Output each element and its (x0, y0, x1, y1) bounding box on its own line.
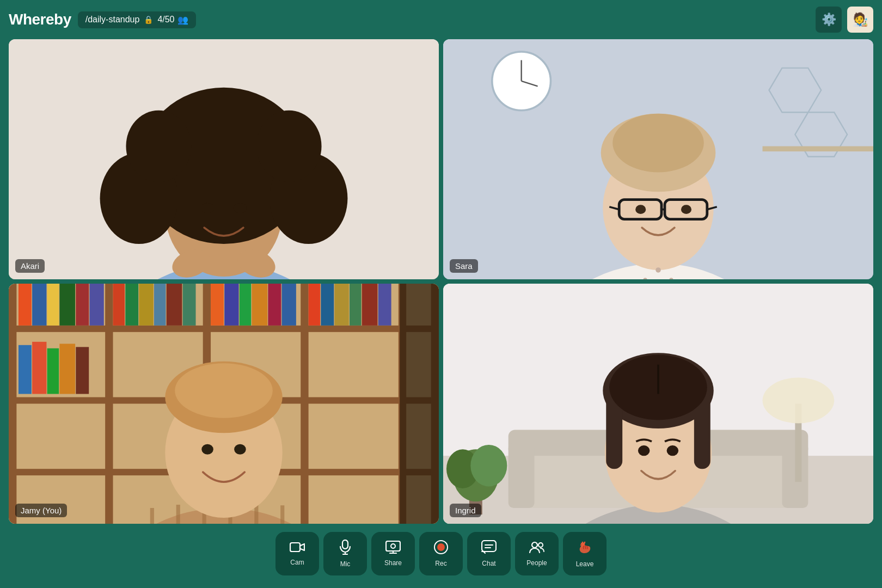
svg-point-33 (656, 267, 661, 273)
svg-rect-70 (378, 284, 391, 326)
svg-rect-75 (76, 347, 89, 394)
svg-point-122 (391, 544, 395, 548)
svg-point-11 (234, 203, 247, 213)
svg-rect-116 (342, 540, 348, 549)
leave-icon (577, 540, 592, 557)
cam-icon (290, 541, 305, 555)
person-sim-jamy (9, 284, 439, 524)
people-button[interactable]: People (515, 532, 559, 575)
video-tile-ingrid: Ingrid (443, 284, 873, 524)
settings-button[interactable]: ⚙️ (816, 7, 842, 33)
rec-icon (434, 540, 448, 556)
svg-rect-72 (32, 342, 46, 394)
svg-point-32 (681, 205, 691, 214)
svg-rect-57 (167, 284, 182, 326)
cam-button[interactable]: Cam (275, 532, 319, 575)
svg-rect-49 (47, 284, 59, 326)
svg-rect-64 (282, 284, 296, 326)
cam-label: Cam (290, 559, 304, 566)
svg-rect-20 (763, 146, 873, 152)
participant-count: 4/50 👥 (157, 15, 188, 25)
svg-rect-53 (113, 284, 125, 326)
svg-rect-96 (509, 443, 535, 508)
svg-rect-50 (59, 284, 75, 326)
participant-name-ingrid: Ingrid (450, 504, 481, 517)
svg-point-89 (201, 444, 213, 455)
share-icon (385, 541, 401, 556)
people-icon (529, 541, 545, 556)
svg-rect-65 (309, 284, 321, 326)
svg-point-90 (234, 444, 246, 455)
share-label: Share (384, 559, 402, 567)
participant-name-akari: Akari (15, 259, 45, 273)
person-sim-sara (443, 39, 873, 279)
svg-rect-59 (211, 284, 224, 326)
controls-bar: Cam Mic Share (0, 528, 882, 588)
svg-point-129 (538, 543, 543, 547)
svg-rect-44 (9, 326, 439, 332)
svg-rect-125 (482, 541, 496, 552)
room-info: /daily-standup 🔒 4/50 👥 (78, 11, 196, 28)
svg-point-88 (175, 363, 273, 418)
svg-rect-74 (59, 344, 75, 394)
lock-icon: 🔒 (144, 15, 153, 24)
svg-point-103 (470, 445, 507, 487)
svg-rect-73 (47, 348, 59, 394)
participant-name-jamy: Jamy (You) (15, 504, 67, 517)
room-name: /daily-standup (85, 15, 140, 24)
svg-rect-62 (252, 284, 267, 326)
chat-icon (481, 540, 497, 556)
header-left: Whereby /daily-standup 🔒 4/50 👥 (9, 11, 196, 28)
leave-button[interactable]: Leave (563, 532, 607, 575)
svg-point-9 (256, 111, 322, 182)
svg-rect-55 (139, 284, 153, 326)
svg-rect-119 (386, 541, 400, 551)
svg-point-31 (635, 205, 646, 214)
svg-rect-56 (154, 284, 166, 326)
leave-label: Leave (576, 560, 594, 568)
people-label: People (526, 559, 547, 567)
svg-rect-52 (89, 284, 103, 326)
share-button[interactable]: Share (371, 532, 415, 575)
participant-name-sara: Sara (450, 259, 478, 273)
svg-rect-66 (321, 284, 334, 326)
logo: Whereby (9, 11, 71, 28)
svg-rect-60 (224, 284, 238, 326)
chat-button[interactable]: Chat (467, 532, 511, 575)
user-avatar-button[interactable]: 🧑‍🎨 (847, 7, 873, 33)
svg-point-10 (201, 203, 214, 213)
svg-rect-51 (76, 284, 89, 326)
svg-rect-58 (183, 284, 196, 326)
rec-label: Rec (435, 560, 446, 567)
svg-point-124 (437, 543, 445, 551)
header: Whereby /daily-standup 🔒 4/50 👥 ⚙️ 🧑‍🎨 (0, 0, 882, 39)
svg-rect-115 (290, 543, 300, 552)
svg-rect-48 (32, 284, 46, 326)
video-tile-sara: Sara (443, 39, 873, 279)
header-right: ⚙️ 🧑‍🎨 (816, 7, 873, 33)
svg-rect-71 (19, 345, 32, 394)
mic-button[interactable]: Mic (323, 532, 367, 575)
chat-label: Chat (482, 560, 495, 567)
svg-rect-63 (268, 284, 281, 326)
svg-point-113 (638, 445, 650, 456)
svg-point-128 (532, 542, 537, 548)
video-grid: Akari (0, 39, 882, 528)
svg-rect-68 (350, 284, 362, 326)
svg-point-8 (126, 111, 191, 182)
svg-rect-67 (334, 284, 348, 326)
video-tile-jamy: Jamy (You) (9, 284, 439, 524)
person-sim-akari (9, 39, 439, 279)
svg-rect-69 (362, 284, 378, 326)
video-tile-akari: Akari (9, 39, 439, 279)
svg-rect-47 (19, 284, 32, 326)
person-sim-ingrid (443, 284, 873, 524)
mic-label: Mic (340, 560, 351, 568)
mic-icon (339, 540, 351, 557)
rec-button[interactable]: Rec (419, 532, 463, 575)
svg-point-114 (667, 445, 679, 456)
people-icon: 👥 (177, 15, 188, 25)
svg-rect-54 (125, 284, 138, 326)
svg-rect-76 (400, 284, 439, 524)
svg-point-99 (763, 378, 835, 424)
